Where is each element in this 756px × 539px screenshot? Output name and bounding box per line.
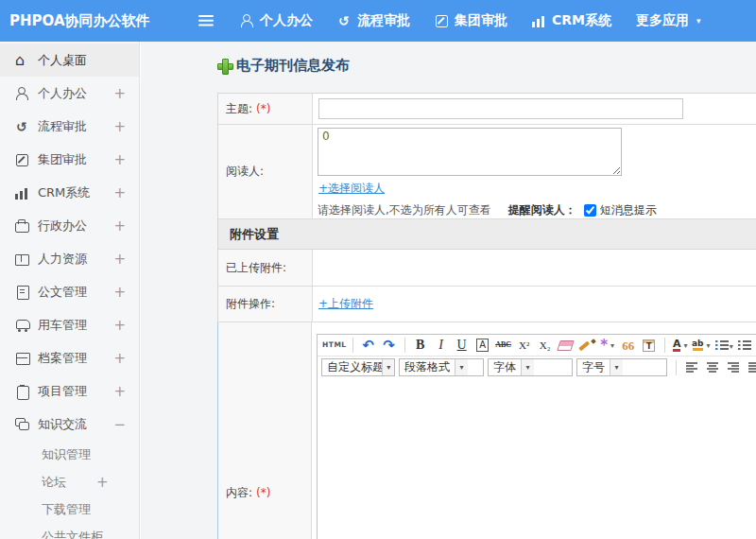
subject-label: 主题: bbox=[226, 101, 252, 117]
nav-workflow-approval[interactable]: 流程审批 bbox=[337, 12, 410, 29]
strikethrough-button[interactable]: ABC bbox=[494, 337, 513, 355]
expand-toggle[interactable]: + bbox=[113, 184, 126, 201]
sms-notify-checkbox[interactable] bbox=[584, 204, 596, 217]
upload-attachment-link[interactable]: +上传附件 bbox=[318, 296, 373, 312]
blockquote-button[interactable]: 66 bbox=[619, 337, 638, 355]
auto-typeset-button[interactable]: *▾ bbox=[598, 337, 617, 355]
button-glyph: ABC bbox=[495, 341, 511, 349]
uploaded-attachments-field-cell bbox=[313, 250, 756, 286]
readers-textarea[interactable]: 0 bbox=[318, 128, 622, 176]
align-right-button[interactable] bbox=[724, 358, 743, 376]
required-mark: (*) bbox=[256, 102, 270, 115]
sidebar-item-archive-management[interactable]: 档案管理+ bbox=[0, 341, 139, 374]
paragraph-format-select[interactable]: 段落格式▾ bbox=[399, 358, 484, 376]
nav-more-apps[interactable]: 更多应用▾ bbox=[636, 12, 701, 29]
expand-toggle[interactable]: + bbox=[113, 284, 126, 301]
content-row: 内容: (*) HTML↶↷BIUAABCX²X₂*▾66TA▾ab▾▾ 自定义… bbox=[218, 322, 756, 539]
chart-icon bbox=[15, 186, 29, 200]
sidebar-item-label: 项目管理 bbox=[38, 383, 87, 400]
caret-down-icon: ▾ bbox=[610, 341, 614, 350]
sidebar-item-public-file-cabinet[interactable]: 公共文件柜 bbox=[0, 523, 139, 539]
uploaded-attachments-label: 已上传附件: bbox=[226, 260, 286, 276]
align-center-button[interactable] bbox=[703, 358, 722, 376]
font-family-select[interactable]: 字体▾ bbox=[488, 358, 573, 376]
font-style-button[interactable]: A bbox=[473, 337, 492, 355]
bold-button[interactable]: B bbox=[411, 337, 430, 355]
expand-toggle[interactable]: + bbox=[113, 383, 126, 400]
align-left-button[interactable] bbox=[682, 358, 701, 376]
expand-toggle[interactable]: − bbox=[113, 416, 126, 433]
paste-plain-button[interactable]: T bbox=[640, 337, 659, 355]
page-title: 电子期刊信息发布 bbox=[236, 57, 350, 75]
sidebar-item-document-management[interactable]: 公文管理+ bbox=[0, 275, 139, 308]
briefcase-icon bbox=[15, 219, 29, 233]
add-icon bbox=[217, 59, 232, 73]
sidebar-item-workflow-approval[interactable]: 流程审批+ bbox=[0, 110, 139, 143]
sidebar-item-vehicle-management[interactable]: 用车管理+ bbox=[0, 308, 139, 341]
sidebar-item-label: 个人桌面 bbox=[38, 52, 87, 69]
editor-toolbar-row1: HTML↶↷BIUAABCX²X₂*▾66TA▾ab▾▾ bbox=[318, 335, 756, 356]
subject-row: 主题: (*) bbox=[218, 94, 756, 125]
html-source-button[interactable]: HTML bbox=[322, 337, 347, 355]
sidebar-item-forum[interactable]: 论坛+ bbox=[0, 468, 139, 496]
nav-group-approval[interactable]: 集团审批 bbox=[435, 12, 507, 29]
italic-button[interactable]: I bbox=[432, 337, 451, 355]
subject-label-cell: 主题: (*) bbox=[218, 94, 313, 124]
sidebar-item-download-management[interactable]: 下载管理 bbox=[0, 496, 139, 523]
sidebar-item-personal-office[interactable]: 个人办公+ bbox=[0, 77, 139, 110]
unordered-list-button[interactable] bbox=[735, 337, 754, 355]
superscript-button[interactable]: X² bbox=[515, 337, 534, 355]
sidebar-item-personal-desktop[interactable]: 个人桌面 bbox=[0, 43, 139, 77]
select-readers-link[interactable]: +选择阅读人 bbox=[318, 181, 385, 197]
expand-toggle[interactable]: + bbox=[113, 217, 126, 235]
subscript-button[interactable]: X₂ bbox=[536, 337, 555, 355]
button-glyph: ↷ bbox=[383, 339, 395, 353]
project-icon bbox=[15, 385, 29, 398]
button-glyph: B bbox=[416, 339, 424, 352]
caret-down-icon: ▾ bbox=[610, 359, 623, 375]
sidebar-item-knowledge-exchange[interactable]: 知识交流− bbox=[0, 408, 139, 441]
sidebar-item-crm-system[interactable]: CRM系统+ bbox=[0, 176, 139, 209]
nav-label: CRM系统 bbox=[552, 12, 611, 29]
edit-icon bbox=[435, 14, 449, 27]
eraser-button[interactable] bbox=[557, 337, 576, 355]
sidebar-item-label: 知识管理 bbox=[42, 446, 91, 463]
process-icon bbox=[337, 14, 352, 27]
sidebar-item-human-resources[interactable]: 人力资源+ bbox=[0, 242, 139, 275]
editor-content-area[interactable] bbox=[318, 378, 756, 539]
expand-toggle[interactable]: + bbox=[113, 350, 126, 367]
highlight-color-button[interactable]: ab▾ bbox=[692, 337, 711, 355]
nav-crm-system[interactable]: CRM系统 bbox=[532, 12, 611, 29]
expand-toggle[interactable]: + bbox=[113, 317, 126, 334]
align-justify-button[interactable] bbox=[745, 358, 756, 376]
menu-toggle-button[interactable] bbox=[198, 15, 214, 26]
nav-personal-office[interactable]: 个人办公 bbox=[240, 12, 313, 29]
font-color-button[interactable]: A▾ bbox=[671, 337, 690, 355]
button-glyph: U bbox=[457, 339, 467, 352]
expand-toggle[interactable]: + bbox=[96, 474, 109, 491]
button-glyph: A bbox=[476, 339, 489, 352]
toolbar-separator bbox=[404, 338, 405, 353]
expand-toggle[interactable]: + bbox=[113, 251, 126, 268]
user-icon bbox=[240, 14, 254, 27]
nav-label: 个人办公 bbox=[260, 12, 313, 29]
subject-input[interactable] bbox=[318, 98, 683, 119]
sidebar-item-knowledge-management[interactable]: 知识管理 bbox=[0, 441, 139, 468]
sidebar-item-group-approval[interactable]: 集团审批+ bbox=[0, 143, 139, 176]
select-label: 自定义标题 bbox=[322, 359, 382, 375]
custom-heading-select[interactable]: 自定义标题▾ bbox=[321, 358, 395, 376]
font-size-select[interactable]: 字号▾ bbox=[576, 358, 667, 376]
app-logo: PHPOA协同办公软件 bbox=[0, 12, 140, 30]
button-glyph: ab bbox=[692, 339, 704, 351]
expand-toggle[interactable]: + bbox=[113, 85, 126, 102]
sidebar-item-administrative-office[interactable]: 行政办公+ bbox=[0, 209, 139, 242]
underline-button[interactable]: U bbox=[453, 337, 472, 355]
ordered-list-button[interactable]: ▾ bbox=[713, 337, 733, 355]
redo-button[interactable]: ↷ bbox=[380, 337, 399, 355]
sidebar-item-project-management[interactable]: 项目管理+ bbox=[0, 374, 139, 408]
expand-toggle[interactable]: + bbox=[113, 118, 126, 135]
chat-icon bbox=[15, 418, 29, 431]
expand-toggle[interactable]: + bbox=[113, 151, 126, 168]
format-brush-button[interactable] bbox=[577, 337, 596, 355]
undo-button[interactable]: ↶ bbox=[359, 337, 378, 355]
